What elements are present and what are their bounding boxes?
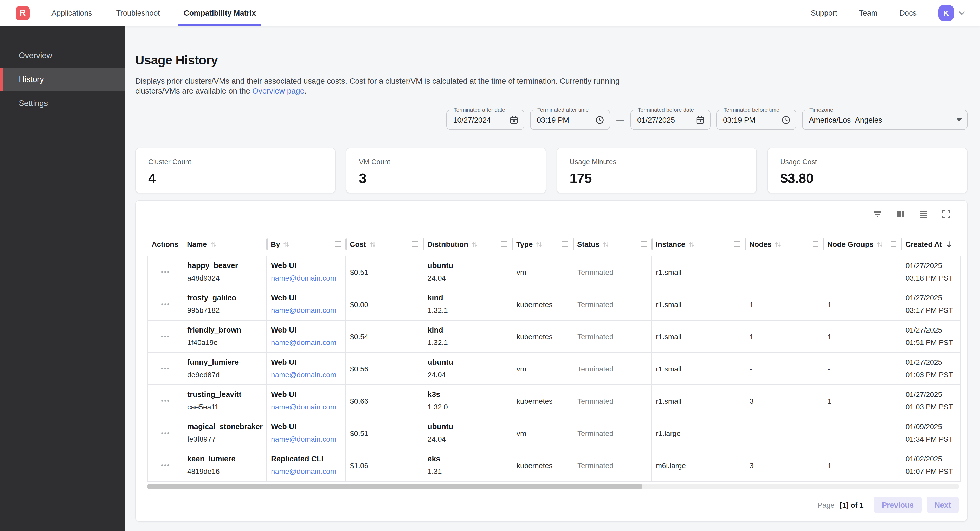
column-header-status[interactable]: Status	[573, 233, 652, 256]
cluster-name: magical_stonebraker	[187, 423, 266, 431]
cell-actions	[148, 352, 183, 385]
row-actions-button[interactable]	[148, 432, 183, 434]
nav-item-team[interactable]: Team	[859, 9, 878, 17]
cell-cost: $1.06	[346, 449, 423, 481]
column-header-distribution[interactable]: Distribution	[423, 233, 512, 256]
sort-icon[interactable]	[689, 241, 695, 247]
cell-instance: m6i.large	[652, 449, 745, 481]
column-menu-icon[interactable]	[412, 241, 418, 247]
cell-name: friendly_brown1f40a19e	[183, 320, 267, 352]
sort-icon[interactable]	[283, 241, 290, 247]
overview-page-link[interactable]: Overview page	[252, 86, 304, 95]
density-icon[interactable]	[918, 209, 929, 219]
cluster-id: 995b7182	[187, 306, 266, 314]
cell-cost: $0.51	[346, 256, 423, 288]
next-page-button[interactable]: Next	[927, 497, 959, 513]
created-date: 01/02/2025	[905, 455, 960, 463]
by-email-link[interactable]: name@domain.com	[271, 468, 345, 476]
column-header-instance[interactable]: Instance	[652, 233, 745, 256]
column-header-cost[interactable]: Cost	[346, 233, 423, 256]
column-menu-icon[interactable]	[734, 241, 740, 247]
column-menu-icon[interactable]	[890, 241, 896, 247]
cell-created-at: 01/27/202501:03 PM PST	[901, 352, 961, 385]
by-email-link[interactable]: name@domain.com	[271, 435, 345, 443]
column-label: Created At	[905, 240, 942, 248]
terminated-after-date-field[interactable]: Terminated after date 10/27/2024	[446, 109, 524, 130]
timezone-select[interactable]: Timezone America/Los_Angeles	[802, 109, 967, 130]
column-header-name[interactable]: Name	[183, 233, 267, 256]
table-row: funny_lumierede9ed87dWeb UIname@domain.c…	[148, 352, 961, 385]
calendar-icon[interactable]	[695, 115, 705, 124]
clock-icon[interactable]	[781, 115, 791, 124]
cell-created-at: 01/27/202501:03 PM PST	[901, 385, 961, 417]
sidebar-item-overview[interactable]: Overview	[0, 44, 125, 68]
account-menu[interactable]: K	[939, 5, 966, 21]
cluster-id: 1f40a19e	[187, 339, 266, 347]
nav-item-compatibility-matrix[interactable]: Compatibility Matrix	[184, 0, 256, 26]
column-menu-icon[interactable]	[812, 241, 818, 247]
fullscreen-icon[interactable]	[941, 209, 951, 219]
nav-item-docs[interactable]: Docs	[899, 9, 916, 17]
by-email-link[interactable]: name@domain.com	[271, 274, 345, 282]
sort-icon[interactable]	[877, 241, 883, 247]
by-email-link[interactable]: name@domain.com	[271, 339, 345, 347]
calendar-icon[interactable]	[509, 115, 519, 124]
column-menu-icon[interactable]	[335, 241, 340, 247]
sidebar-item-history[interactable]: History	[0, 68, 125, 92]
sidebar-item-settings[interactable]: Settings	[0, 92, 125, 115]
column-header-created-at[interactable]: Created At	[901, 233, 961, 256]
main-content: Usage History Displays prior clusters/VM…	[125, 26, 980, 531]
avatar[interactable]: K	[939, 5, 954, 21]
nav-item-support[interactable]: Support	[811, 9, 837, 17]
cell-cost: $0.56	[346, 352, 423, 385]
row-actions-button[interactable]	[148, 336, 183, 338]
column-menu-icon[interactable]	[562, 241, 568, 247]
row-actions-button[interactable]	[148, 271, 183, 273]
cell-type: kubernetes	[512, 449, 573, 481]
row-actions-button[interactable]	[148, 303, 183, 305]
column-label: Nodes	[749, 240, 772, 248]
previous-page-button[interactable]: Previous	[874, 497, 922, 513]
row-actions-button[interactable]	[148, 464, 183, 466]
cell-type: kubernetes	[512, 320, 573, 352]
by-email-link[interactable]: name@domain.com	[271, 371, 345, 379]
clock-icon[interactable]	[595, 115, 605, 124]
cell-status: Terminated	[573, 385, 652, 417]
column-menu-icon[interactable]	[641, 241, 646, 247]
column-header-type[interactable]: Type	[512, 233, 573, 256]
distribution-version: 24.04	[428, 435, 512, 443]
sort-desc-icon[interactable]	[945, 240, 953, 248]
cell-instance: r1.small	[652, 352, 745, 385]
created-date: 01/27/2025	[905, 358, 960, 366]
nav-item-troubleshoot[interactable]: Troubleshoot	[116, 0, 160, 26]
stat-cards: Cluster Count 4 VM Count 3 Usage Minutes…	[135, 147, 967, 193]
sort-icon[interactable]	[603, 241, 609, 247]
terminated-before-time-field[interactable]: Terminated before time 03:19 PM	[716, 109, 796, 130]
by-email-link[interactable]: name@domain.com	[271, 403, 345, 411]
filter-icon[interactable]	[872, 209, 883, 219]
sort-icon[interactable]	[471, 241, 478, 247]
sidebar: Overview History Settings	[0, 26, 125, 531]
cell-name: funny_lumierede9ed87d	[183, 352, 267, 385]
terminated-before-date-field[interactable]: Terminated before date 01/27/2025	[630, 109, 711, 130]
sort-icon[interactable]	[775, 241, 781, 247]
column-menu-icon[interactable]	[501, 241, 507, 247]
replicated-logo[interactable]: R	[16, 6, 30, 20]
terminated-after-time-field[interactable]: Terminated after time 03:19 PM	[530, 109, 610, 130]
row-actions-button[interactable]	[148, 400, 183, 402]
sort-icon[interactable]	[369, 241, 376, 247]
column-header-by[interactable]: By	[267, 233, 346, 256]
horizontal-scrollbar[interactable]	[147, 484, 959, 490]
by-email-link[interactable]: name@domain.com	[271, 306, 345, 314]
columns-icon[interactable]	[895, 209, 905, 219]
scrollbar-thumb[interactable]	[147, 484, 643, 490]
cell-created-at: 01/27/202501:51 PM PST	[901, 320, 961, 352]
column-header-actions[interactable]: Actions	[148, 233, 183, 256]
row-actions-button[interactable]	[148, 368, 183, 370]
column-header-node-groups[interactable]: Node Groups	[823, 233, 901, 256]
nav-item-applications[interactable]: Applications	[51, 0, 92, 26]
sort-icon[interactable]	[210, 241, 216, 247]
sort-icon[interactable]	[536, 241, 542, 247]
cell-cost: $0.51	[346, 417, 423, 449]
column-header-nodes[interactable]: Nodes	[745, 233, 823, 256]
